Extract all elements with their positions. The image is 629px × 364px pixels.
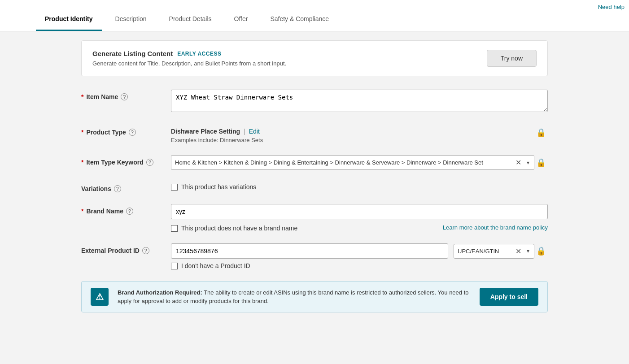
apply-to-sell-button[interactable]: Apply to sell	[480, 288, 538, 306]
item-type-keyword-dropdown[interactable]: Home & Kitchen > Kitchen & Dining > Dini…	[171, 155, 534, 170]
item-type-keyword-help-icon[interactable]: ?	[146, 159, 153, 166]
no-product-id-label: I don't have a Product ID	[181, 262, 250, 269]
product-type-help-icon[interactable]: ?	[129, 129, 136, 136]
generate-listing-card: Generate Listing Content EARLY ACCESS Ge…	[81, 40, 548, 76]
brand-auth-message: Brand Authorization Required: The abilit…	[118, 288, 471, 306]
item-type-keyword-chevron[interactable]: ▾	[526, 160, 530, 166]
tab-safety-compliance[interactable]: Safety & Compliance	[261, 8, 338, 31]
lock-icon-keyword: 🔒	[536, 158, 546, 168]
external-product-id-help-icon[interactable]: ?	[142, 247, 149, 254]
external-product-id-label: External Product ID ?	[81, 243, 171, 254]
tab-product-details[interactable]: Product Details	[160, 8, 221, 31]
product-type-lock: 🔒	[534, 125, 548, 138]
external-product-id-row: External Product ID ? UPC/EAN/GTIN ✕ ▾ I…	[81, 243, 548, 269]
brand-name-label: * Brand Name ?	[81, 204, 171, 215]
product-type-row: * Product Type ? Dishware Place Setting …	[81, 125, 548, 143]
tab-description[interactable]: Description	[106, 8, 156, 31]
item-name-control	[171, 90, 548, 113]
brand-auth-bold: Brand Authorization Required:	[118, 289, 202, 296]
required-star-2: *	[81, 129, 83, 136]
brand-name-row: * Brand Name ? This product does not hav…	[81, 204, 548, 232]
external-product-id-type-dropdown[interactable]: UPC/EAN/GTIN ✕ ▾	[454, 244, 534, 259]
brand-name-help-icon[interactable]: ?	[126, 208, 133, 215]
item-name-label: * Item Name ?	[81, 90, 171, 100]
external-product-id-control: UPC/EAN/GTIN ✕ ▾ I don't have a Product …	[171, 243, 534, 269]
no-brand-checkbox[interactable]	[171, 225, 178, 232]
variations-help-icon[interactable]: ?	[114, 185, 121, 192]
early-access-badge: EARLY ACCESS	[177, 51, 221, 57]
product-type-edit-link[interactable]: Edit	[249, 128, 260, 135]
external-product-id-lock: 🔒	[534, 243, 548, 256]
required-star: *	[81, 93, 83, 100]
variations-row: Variations ? This product has variations	[81, 182, 548, 192]
required-star-3: *	[81, 159, 83, 166]
brand-name-control: This product does not have a brand name …	[171, 204, 548, 232]
item-type-keyword-lock: 🔒	[534, 155, 548, 168]
product-type-label: * Product Type ?	[81, 125, 171, 136]
tab-product-identity[interactable]: Product Identity	[36, 8, 102, 31]
ext-dropdown-value: UPC/EAN/GTIN	[458, 248, 511, 255]
variations-label: Variations ?	[81, 182, 171, 192]
separator: |	[244, 128, 245, 135]
variations-control: This product has variations	[171, 182, 548, 191]
ext-dropdown-clear-btn[interactable]: ✕	[514, 247, 523, 256]
item-name-help-icon[interactable]: ?	[121, 93, 128, 100]
ext-dropdown-chevron[interactable]: ▾	[526, 248, 530, 254]
tab-offer[interactable]: Offer	[225, 8, 257, 31]
no-product-id-checkbox[interactable]	[171, 263, 178, 269]
variations-checkbox[interactable]	[171, 184, 178, 191]
lock-icon-product-type: 🔒	[536, 128, 546, 138]
generate-subtitle: Generate content for Title, Description,…	[92, 60, 286, 67]
product-type-examples: Examples include: Dinnerware Sets	[171, 137, 534, 143]
tab-navigation: Product Identity Description Product Det…	[0, 0, 629, 31]
item-name-input[interactable]	[171, 90, 548, 112]
variations-checkbox-label: This product has variations	[181, 183, 256, 191]
item-type-keyword-value: Home & Kitchen > Kitchen & Dining > Dini…	[175, 159, 511, 166]
need-help-link[interactable]: Need help	[598, 4, 625, 10]
warning-icon-wrapper: ⚠	[91, 288, 109, 306]
item-type-keyword-clear-btn[interactable]: ✕	[514, 158, 523, 167]
item-type-keyword-control: Home & Kitchen > Kitchen & Dining > Dini…	[171, 155, 534, 170]
brand-name-input[interactable]	[171, 204, 548, 219]
lock-icon-external: 🔒	[536, 246, 546, 256]
warning-icon: ⚠	[96, 291, 104, 302]
item-type-keyword-row: * Item Type Keyword ? Home & Kitchen > K…	[81, 155, 548, 170]
product-type-control: Dishware Place Setting | Edit Examples i…	[171, 125, 534, 143]
no-brand-label: This product does not have a brand name	[181, 225, 297, 232]
product-type-name: Dishware Place Setting	[171, 128, 240, 135]
generate-title-text: Generate Listing Content	[92, 50, 173, 57]
item-type-keyword-label: * Item Type Keyword ?	[81, 155, 171, 166]
required-star-4: *	[81, 208, 83, 215]
item-name-row: * Item Name ?	[81, 90, 548, 113]
external-product-id-input[interactable]	[171, 243, 448, 259]
brand-auth-banner: ⚠ Brand Authorization Required: The abil…	[81, 281, 548, 312]
learn-more-brand-link[interactable]: Learn more about the brand name policy	[443, 224, 548, 231]
try-now-button[interactable]: Try now	[487, 50, 537, 67]
